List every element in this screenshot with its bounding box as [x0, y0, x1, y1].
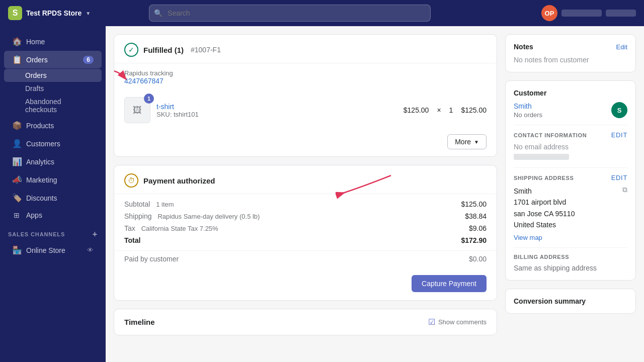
customer-name[interactable]: Smith	[514, 102, 542, 110]
contact-info-label: CONTACT INFORMATION	[514, 132, 587, 138]
notes-edit-button[interactable]: Edit	[616, 43, 627, 51]
product-name[interactable]: t-shirt	[156, 103, 199, 111]
marketing-icon: 📣	[12, 175, 21, 185]
shipping-address-label-row: SHIPPING ADDRESS Edit	[514, 174, 627, 182]
customer-avatar: S	[611, 102, 627, 118]
customer-orders: No orders	[514, 111, 542, 119]
payment-header: ⏱ Payment authorized	[114, 165, 497, 194]
product-count-badge: 1	[144, 94, 154, 104]
sidebar-item-customers[interactable]: 👤 Customers	[4, 135, 102, 152]
online-store-icon: 🏪	[12, 245, 21, 255]
product-details: t-shirt SKU: tshirt101	[156, 103, 199, 118]
fulfilled-order-id: #1007-F1	[191, 46, 221, 54]
apps-icon: ⊞	[12, 211, 21, 219]
add-sales-channel-icon[interactable]: +	[93, 230, 98, 239]
eye-icon[interactable]: 👁	[87, 246, 94, 254]
contact-no-email: No email address	[514, 143, 627, 151]
subtotal-detail: 1 item	[156, 201, 174, 208]
product-sku: SKU: tshirt101	[156, 111, 199, 118]
paid-row: Paid by customer $0.00	[114, 250, 497, 269]
total-label: Total	[124, 236, 140, 244]
user-name-blurred	[561, 10, 602, 17]
sidebar-sub-abandoned[interactable]: Abandoned checkouts	[4, 95, 102, 116]
more-button[interactable]: More ▼	[447, 134, 487, 149]
user-store-blurred	[606, 10, 636, 17]
capture-payment-button[interactable]: Capture Payment	[412, 275, 487, 292]
payment-table: Subtotal 1 item $125.00 Shipping Rapidus…	[114, 194, 497, 250]
view-map-link[interactable]: View map	[514, 234, 627, 241]
payment-row-shipping: Shipping Rapidus Same-day delivery (0.5 …	[124, 212, 487, 220]
payment-row-tax: Tax California State Tax 7.25% $9.06	[124, 224, 487, 232]
shipping-detail: Rapidus Same-day delivery (0.5 lb)	[157, 213, 260, 220]
sidebar-item-online-store[interactable]: 🏪 Online Store 👁	[4, 241, 102, 259]
brand-name: Test RPDS Store	[26, 9, 82, 17]
tracking-info: Rapidus tracking 4247667847	[114, 63, 497, 91]
payment-title: Payment authorized	[143, 176, 215, 185]
customer-title: Customer	[514, 89, 546, 97]
sidebar-sub-orders[interactable]: Orders	[4, 69, 102, 82]
sidebar-label-customers: Customers	[26, 140, 60, 148]
analytics-icon: 📊	[12, 157, 21, 166]
shipping-name: Smith	[514, 186, 575, 197]
divider-2	[514, 167, 627, 168]
fulfilled-card: ✓ Fulfilled (1) #1007-F1 Rapidus trackin…	[114, 34, 497, 157]
shipping-line2: san Jose CA 95110	[514, 208, 575, 219]
nav-right: OP	[541, 5, 636, 21]
sidebar-label-online-store: Online Store	[26, 246, 65, 254]
payment-row-subtotal: Subtotal 1 item $125.00	[124, 200, 487, 208]
shipping-country: United States	[514, 219, 575, 230]
fulfilled-status: Fulfilled (1)	[143, 46, 184, 54]
sidebar-item-marketing[interactable]: 📣 Marketing	[4, 171, 102, 189]
orders-badge: 6	[83, 56, 94, 64]
brand-logo[interactable]: S Test RPDS Store ▼	[8, 6, 91, 20]
sidebar-item-products[interactable]: 📦 Products	[4, 117, 102, 134]
more-label: More	[455, 138, 471, 146]
sidebar-label-marketing: Marketing	[26, 176, 57, 184]
product-quantity: 1	[449, 106, 453, 114]
notes-title: Notes	[514, 43, 533, 51]
product-thumbnail: 🖼 1	[124, 97, 150, 123]
sidebar-item-home[interactable]: 🏠 Home	[4, 33, 102, 50]
subtotal-amount: $125.00	[461, 200, 487, 208]
payment-row-total: Total $172.90	[124, 236, 487, 244]
product-unit-price: $125.00	[404, 106, 429, 114]
timeline-title: Timeline	[124, 318, 155, 326]
customer-title-row: Customer	[514, 89, 627, 97]
copy-address-icon[interactable]: ⧉	[622, 186, 627, 194]
sidebar-item-apps[interactable]: ⊞ Apps	[4, 207, 102, 223]
home-icon: 🏠	[12, 37, 21, 46]
shipping-line1: 1701 airport blvd	[514, 197, 575, 208]
checkbox-icon: ☑	[428, 317, 435, 327]
phone-blurred	[514, 154, 569, 160]
no-notes-text: No notes from customer	[514, 56, 627, 64]
billing-same-as-shipping: Same as shipping address	[514, 264, 627, 272]
center-column: ✓ Fulfilled (1) #1007-F1 Rapidus trackin…	[114, 34, 497, 354]
timeline-header: Timeline ☑ Show comments	[114, 309, 497, 335]
payment-clock-icon: ⏱	[124, 173, 138, 188]
sidebar-label-discounts: Discounts	[26, 194, 57, 202]
search-input[interactable]	[149, 5, 431, 22]
sidebar-label-products: Products	[26, 122, 54, 130]
subtotal-label: Subtotal	[124, 200, 150, 208]
shipping-address-edit-button[interactable]: Edit	[611, 174, 627, 182]
sidebar-item-orders[interactable]: 📋 Orders 6	[4, 51, 102, 68]
sidebar-item-discounts[interactable]: 🏷️ Discounts	[4, 189, 102, 207]
notes-panel: Notes Edit No notes from customer	[505, 34, 636, 72]
sidebar-sub-drafts[interactable]: Drafts	[4, 82, 102, 95]
right-column: Notes Edit No notes from customer Custom…	[505, 34, 636, 354]
sidebar-label-home: Home	[26, 38, 45, 46]
contact-info-edit-button[interactable]: Edit	[611, 131, 627, 139]
discounts-icon: 🏷️	[12, 193, 21, 203]
product-times: ×	[437, 106, 441, 114]
sales-channels-label: SALES CHANNELS +	[0, 224, 106, 241]
tax-label: Tax	[124, 224, 135, 232]
tracking-number[interactable]: 4247667847	[124, 77, 487, 85]
sidebar-item-analytics[interactable]: 📊 Analytics	[4, 153, 102, 170]
divider-3	[514, 247, 627, 248]
avatar[interactable]: OP	[541, 5, 557, 21]
search-container: 🔍	[149, 5, 431, 22]
customer-panel: Customer Smith No orders S CONTACT INFOR…	[505, 80, 636, 281]
divider-1	[514, 125, 627, 125]
show-comments-toggle[interactable]: ☑ Show comments	[428, 317, 487, 327]
sidebar-label-analytics: Analytics	[26, 158, 54, 166]
